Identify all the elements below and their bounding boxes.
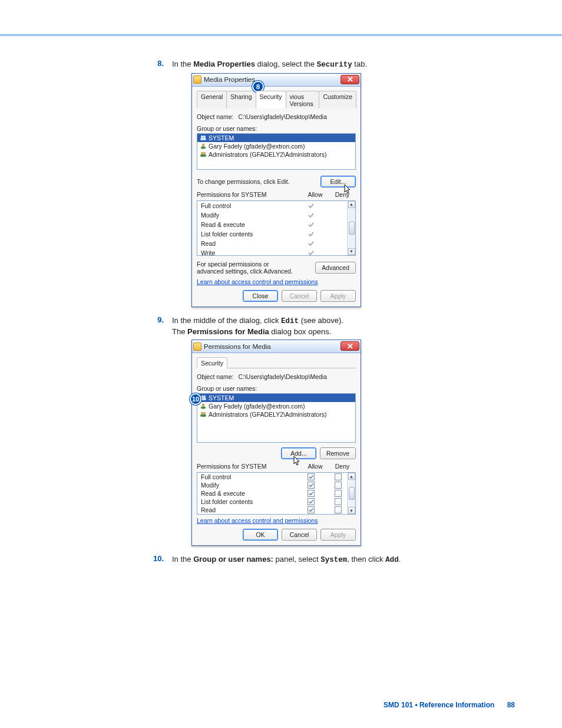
txt: In the — [172, 555, 193, 564]
permission-name: Read — [201, 240, 297, 247]
allow-check-icon — [307, 239, 315, 248]
tab-general[interactable]: General — [197, 91, 227, 108]
step-number: 10. — [147, 554, 166, 563]
deny-checkbox[interactable] — [335, 490, 342, 497]
object-name-label: Object name: — [197, 113, 233, 120]
dialog-titlebar[interactable]: Permissions for Media ✕ — [192, 340, 361, 353]
allow-check-icon — [307, 249, 315, 255]
list-item[interactable]: Gary Fadely (gfadely@extron.com) — [197, 402, 355, 410]
permission-row: Full control — [197, 473, 355, 481]
txt: (see above). — [299, 316, 343, 325]
scroll-thumb[interactable] — [349, 487, 355, 500]
dialog-titlebar[interactable]: Media Properties ✕ — [192, 74, 361, 87]
list-item-label: Administrators (GFADELY2\Administrators) — [209, 411, 327, 418]
deny-check-icon — [334, 230, 342, 238]
permission-name: Full control — [201, 202, 297, 209]
list-item[interactable]: Gary Fadely (gfadely@extron.com) — [197, 142, 355, 150]
dialog-title: Permissions for Media — [204, 343, 271, 350]
col-deny: Deny — [329, 463, 356, 470]
scroll-down-icon[interactable]: ▼ — [348, 248, 355, 255]
svg-point-13 — [201, 412, 203, 414]
step-text-8: In the Media Properties dialog, select t… — [172, 59, 367, 71]
txt-code: Edit — [281, 317, 299, 325]
tab-previous-versions[interactable]: vious Versions — [286, 91, 320, 108]
close-button[interactable]: Close — [243, 290, 278, 302]
permission-name: Read — [201, 506, 297, 513]
txt: In the — [172, 60, 193, 68]
permission-name: Write — [201, 249, 297, 255]
object-name-value: C:\Users\gfadely\Desktop\Media — [238, 373, 327, 380]
group-listbox[interactable]: SYSTEM Gary Fadely (gfadely@extron.com) — [197, 393, 356, 443]
scroll-up-icon[interactable]: ▲ — [348, 201, 355, 208]
tab-security[interactable]: Security — [197, 357, 227, 368]
svg-point-0 — [201, 135, 203, 137]
cancel-button[interactable]: Cancel — [282, 529, 317, 541]
svg-rect-4 — [201, 146, 206, 149]
allow-checkbox[interactable] — [308, 498, 315, 505]
scrollbar[interactable]: ▲ ▼ — [347, 201, 355, 255]
allow-checkbox[interactable] — [308, 482, 315, 489]
ok-button[interactable]: OK — [243, 529, 278, 541]
scroll-down-icon[interactable]: ▼ — [348, 507, 355, 514]
allow-checkbox[interactable] — [308, 490, 315, 497]
permission-row: Read & execute — [197, 220, 355, 229]
col-deny: Deny — [329, 191, 356, 198]
svg-rect-2 — [200, 138, 206, 140]
list-item[interactable]: SYSTEM — [197, 394, 355, 402]
scroll-up-icon[interactable]: ▲ — [348, 473, 355, 480]
apply-button[interactable]: Apply — [320, 290, 356, 302]
step-number: 8. — [147, 59, 166, 68]
txt-code: Security — [317, 61, 352, 69]
tab-security[interactable]: Security — [256, 91, 286, 108]
advanced-button[interactable]: Advanced — [315, 262, 356, 274]
list-item-label: Gary Fadely (gfadely@extron.com) — [209, 403, 305, 410]
edit-button[interactable]: Edit... — [320, 176, 356, 187]
permissions-grid: Full controlModifyRead & executeList fol… — [197, 472, 356, 515]
close-icon[interactable]: ✕ — [340, 341, 359, 351]
object-name-label: Object name: — [197, 373, 233, 380]
remove-button[interactable]: Remove — [320, 447, 356, 459]
allow-check-icon — [307, 220, 315, 229]
deny-checkbox[interactable] — [335, 473, 342, 480]
col-allow: Allow — [302, 463, 329, 470]
allow-checkbox[interactable] — [308, 506, 315, 513]
step-9: 9. In the middle of the dialog, click Ed… — [147, 315, 515, 338]
deny-check-icon — [334, 249, 342, 255]
folder-icon — [193, 75, 201, 84]
learn-link[interactable]: Learn about access control and permissio… — [197, 517, 318, 524]
deny-checkbox[interactable] — [335, 506, 342, 513]
svg-point-11 — [202, 404, 205, 407]
learn-link[interactable]: Learn about access control and permissio… — [197, 278, 318, 285]
apply-button[interactable]: Apply — [320, 529, 356, 541]
allow-check-icon — [307, 211, 315, 219]
permission-row: Modify — [197, 481, 355, 489]
scrollbar[interactable]: ▲ ▼ — [347, 473, 355, 514]
footer-section: Reference Information — [419, 701, 494, 709]
deny-check-icon — [334, 220, 342, 229]
group-icon — [200, 134, 207, 141]
tabs: General Sharing Security vious Versions … — [197, 90, 356, 108]
group-listbox[interactable]: SYSTEM Gary Fadely (gfadely@extron.com) — [197, 133, 356, 170]
tab-customize[interactable]: Customize — [319, 91, 356, 108]
svg-rect-12 — [201, 407, 206, 409]
txt: panel, select — [273, 555, 320, 564]
list-item[interactable]: Administrators (GFADELY2\Administrators) — [197, 410, 355, 419]
step-number: 9. — [147, 315, 166, 324]
add-button[interactable]: Add... — [281, 447, 316, 459]
step-8: 8. In the Media Properties dialog, selec… — [147, 59, 515, 71]
allow-check-icon — [307, 202, 315, 210]
list-item[interactable]: SYSTEM — [197, 134, 355, 142]
deny-checkbox[interactable] — [335, 498, 342, 505]
allow-checkbox[interactable] — [308, 473, 315, 480]
txt: , then click — [347, 555, 385, 564]
deny-checkbox[interactable] — [335, 482, 342, 489]
close-icon[interactable]: ✕ — [340, 75, 359, 84]
cancel-button[interactable]: Cancel — [282, 290, 317, 302]
list-item[interactable]: Administrators (GFADELY2\Administrators) — [197, 150, 355, 159]
admins-icon — [200, 151, 207, 158]
scroll-thumb[interactable] — [349, 222, 355, 235]
permission-name: Full control — [201, 473, 297, 480]
footer-page-number: 88 — [507, 701, 515, 709]
tab-sharing[interactable]: Sharing — [226, 91, 256, 108]
change-permissions-text: To change permissions, click Edit. — [197, 178, 290, 185]
